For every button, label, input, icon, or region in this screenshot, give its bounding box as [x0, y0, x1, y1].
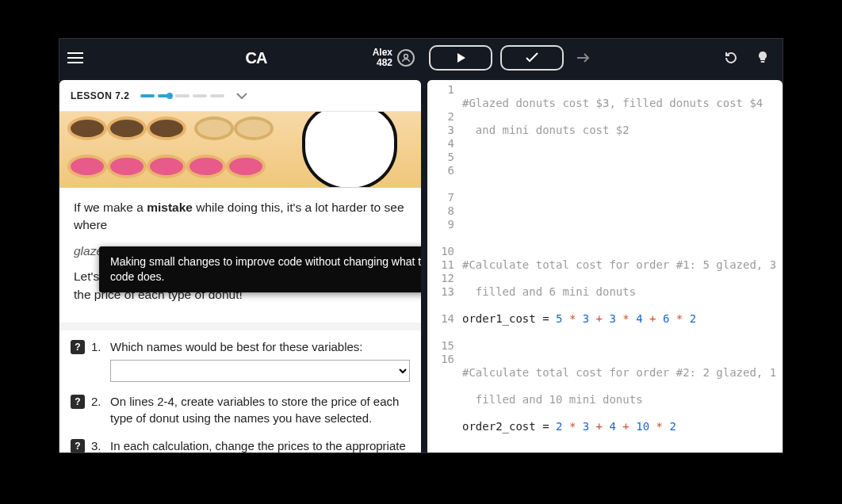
- task-number: 1.: [91, 338, 104, 382]
- task-number: 3.: [91, 437, 104, 452]
- lightbulb-icon: [757, 51, 768, 65]
- hint-badge[interactable]: ?: [71, 439, 85, 452]
- progress-seg-4: [193, 94, 207, 97]
- progress-seg-1: [140, 94, 155, 97]
- check-icon: [525, 52, 539, 63]
- top-bar-left: CA Alex 482: [59, 39, 421, 77]
- task-body: Which names would be best for these vari…: [110, 338, 410, 382]
- task-number: 2.: [91, 393, 104, 426]
- menu-button[interactable]: [59, 42, 91, 74]
- task-3: ? 3. In each calculation, change the pri…: [59, 430, 421, 452]
- play-icon: [455, 52, 466, 63]
- run-button[interactable]: [429, 45, 492, 71]
- task-block: ? 1. Which names would be best for these…: [59, 323, 421, 452]
- code-area[interactable]: #Glazed donuts cost $3, filled donuts co…: [459, 80, 783, 452]
- task-1: ? 1. Which names would be best for these…: [59, 330, 421, 385]
- hint-button[interactable]: [751, 46, 775, 70]
- lesson-expand-button[interactable]: [235, 92, 248, 100]
- mistake-word: mistake: [147, 200, 193, 214]
- body-split: LESSON 7.2 ▲: [59, 77, 783, 452]
- user-points: 482: [373, 58, 392, 68]
- logo: CA: [246, 49, 267, 67]
- hint-badge[interactable]: ?: [71, 395, 85, 409]
- chevron-down-icon: [235, 92, 248, 100]
- progress-seg-5: [210, 94, 224, 97]
- robot-illustration: [302, 112, 397, 188]
- hamburger-icon: [67, 52, 83, 63]
- tooltip-text: Making small changes to improve code wit…: [110, 255, 421, 283]
- pane-splitter[interactable]: [421, 77, 427, 452]
- svg-rect-1: [761, 61, 765, 63]
- top-bar: CA Alex 482: [59, 39, 783, 77]
- user-block[interactable]: Alex 482: [373, 48, 415, 68]
- app-frame: CA Alex 482: [59, 38, 783, 453]
- lesson-progress[interactable]: [140, 94, 224, 97]
- lesson-para-mistake: If we make a mistake while doing this, i…: [74, 199, 407, 235]
- progress-seg-3: [175, 94, 189, 97]
- hint-badge[interactable]: ?: [71, 340, 85, 354]
- user-icon: [401, 53, 411, 63]
- reset-button[interactable]: [719, 46, 743, 70]
- lesson-header: LESSON 7.2: [59, 80, 421, 112]
- arrow-right-icon: [576, 52, 591, 63]
- task-text: On lines 2-4, create variables to store …: [110, 393, 410, 426]
- lesson-illustration: [59, 112, 421, 188]
- progress-seg-2: [158, 94, 172, 97]
- task-2: ? 2. On lines 2-4, create variables to s…: [59, 385, 421, 430]
- top-bar-right: [421, 45, 783, 71]
- variable-names-select[interactable]: [110, 360, 410, 382]
- code-editor[interactable]: 1 2 3 4 5 6 7 8 9 10 11 12 13 14 15 16 #…: [427, 80, 783, 452]
- lesson-label: LESSON 7.2: [71, 90, 129, 101]
- avatar: [397, 49, 415, 67]
- user-text: Alex 482: [373, 48, 392, 68]
- svg-point-0: [404, 55, 408, 59]
- next-button[interactable]: [572, 46, 595, 70]
- text-frag: If we make a: [74, 200, 147, 214]
- check-button[interactable]: [500, 45, 564, 71]
- logo-wrap: CA: [91, 49, 421, 67]
- refactor-tooltip: Making small changes to improve code wit…: [99, 246, 421, 292]
- task-text: Which names would be best for these vari…: [110, 338, 410, 355]
- lesson-pane: LESSON 7.2 ▲: [59, 80, 421, 452]
- line-gutter: 1 2 3 4 5 6 7 8 9 10 11 12 13 14 15 16: [427, 80, 459, 452]
- reset-icon: [724, 51, 738, 65]
- task-text: In each calculation, change the prices t…: [110, 437, 410, 452]
